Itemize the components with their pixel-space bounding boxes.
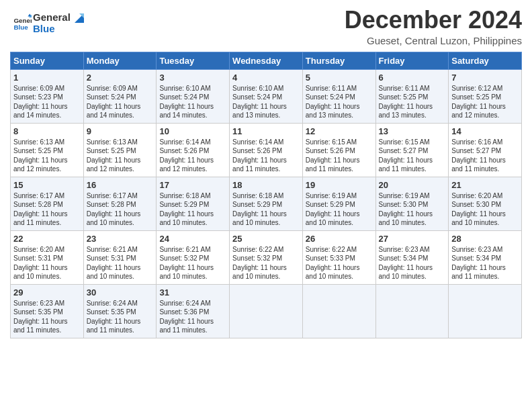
header-sunday: Sunday <box>11 52 84 69</box>
day-cell: 2Sunrise: 6:09 AMSunset: 5:24 PMDaylight… <box>83 69 157 123</box>
day-info: Sunrise: 6:17 AMSunset: 5:28 PMDaylight:… <box>13 191 81 228</box>
day-cell: 13Sunrise: 6:15 AMSunset: 5:27 PMDayligh… <box>375 123 449 177</box>
day-number: 10 <box>159 126 226 136</box>
day-cell: 4Sunrise: 6:10 AMSunset: 5:24 PMDaylight… <box>230 69 303 123</box>
day-number: 28 <box>451 234 519 244</box>
header-tuesday: Tuesday <box>157 52 230 69</box>
day-info: Sunrise: 6:12 AMSunset: 5:25 PMDaylight:… <box>451 84 519 120</box>
day-cell: 17Sunrise: 6:18 AMSunset: 5:29 PMDayligh… <box>157 177 230 230</box>
day-cell: 18Sunrise: 6:18 AMSunset: 5:29 PMDayligh… <box>230 177 303 230</box>
logo-icon: General Blue <box>13 13 32 32</box>
day-number: 3 <box>159 73 226 83</box>
day-number: 30 <box>87 287 154 298</box>
day-cell: 30Sunrise: 6:24 AMSunset: 5:35 PMDayligh… <box>83 284 157 338</box>
week-row-1: 1Sunrise: 6:09 AMSunset: 5:23 PMDaylight… <box>11 69 522 123</box>
day-number: 5 <box>306 73 373 83</box>
day-cell: 29Sunrise: 6:23 AMSunset: 5:35 PMDayligh… <box>11 284 84 338</box>
day-info: Sunrise: 6:18 AMSunset: 5:29 PMDaylight:… <box>232 191 300 228</box>
day-info: Sunrise: 6:09 AMSunset: 5:24 PMDaylight:… <box>87 84 154 120</box>
location-title: Gueset, Central Luzon, Philippines <box>345 35 522 46</box>
day-cell: 7Sunrise: 6:12 AMSunset: 5:25 PMDaylight… <box>449 69 522 123</box>
day-cell: 14Sunrise: 6:16 AMSunset: 5:27 PMDayligh… <box>449 123 522 177</box>
day-cell: 12Sunrise: 6:15 AMSunset: 5:26 PMDayligh… <box>302 123 375 177</box>
day-info: Sunrise: 6:10 AMSunset: 5:24 PMDaylight:… <box>232 84 300 120</box>
day-cell: 28Sunrise: 6:23 AMSunset: 5:34 PMDayligh… <box>449 230 522 284</box>
day-number: 1 <box>13 73 81 83</box>
day-info: Sunrise: 6:16 AMSunset: 5:27 PMDaylight:… <box>451 138 519 174</box>
calendar-header: SundayMondayTuesdayWednesdayThursdayFrid… <box>11 52 522 69</box>
day-info: Sunrise: 6:24 AMSunset: 5:35 PMDaylight:… <box>87 299 154 335</box>
day-number: 12 <box>306 126 373 136</box>
day-cell: 8Sunrise: 6:13 AMSunset: 5:25 PMDaylight… <box>11 123 84 177</box>
week-row-2: 8Sunrise: 6:13 AMSunset: 5:25 PMDaylight… <box>11 123 522 177</box>
day-number: 6 <box>379 73 446 83</box>
day-info: Sunrise: 6:20 AMSunset: 5:30 PMDaylight:… <box>451 191 519 228</box>
day-number: 7 <box>451 73 519 83</box>
day-info: Sunrise: 6:23 AMSunset: 5:35 PMDaylight:… <box>13 299 81 335</box>
day-info: Sunrise: 6:14 AMSunset: 5:26 PMDaylight:… <box>159 138 226 174</box>
logo-triangle-icon <box>75 13 84 23</box>
day-number: 29 <box>13 287 81 298</box>
day-cell: 25Sunrise: 6:22 AMSunset: 5:32 PMDayligh… <box>230 230 303 284</box>
day-cell: 22Sunrise: 6:20 AMSunset: 5:31 PMDayligh… <box>11 230 84 284</box>
calendar-body: 1Sunrise: 6:09 AMSunset: 5:23 PMDaylight… <box>11 69 522 338</box>
week-row-4: 22Sunrise: 6:20 AMSunset: 5:31 PMDayligh… <box>11 230 522 284</box>
day-info: Sunrise: 6:23 AMSunset: 5:34 PMDaylight:… <box>451 245 519 281</box>
day-cell: 9Sunrise: 6:13 AMSunset: 5:25 PMDaylight… <box>83 123 157 177</box>
day-info: Sunrise: 6:10 AMSunset: 5:24 PMDaylight:… <box>159 84 226 120</box>
day-cell: 26Sunrise: 6:22 AMSunset: 5:33 PMDayligh… <box>302 230 375 284</box>
day-number: 9 <box>87 126 154 136</box>
header-thursday: Thursday <box>302 52 375 69</box>
day-info: Sunrise: 6:09 AMSunset: 5:23 PMDaylight:… <box>13 84 81 120</box>
header-friday: Friday <box>375 52 449 69</box>
day-cell <box>375 284 449 338</box>
day-cell: 31Sunrise: 6:24 AMSunset: 5:36 PMDayligh… <box>157 284 230 338</box>
day-cell: 6Sunrise: 6:11 AMSunset: 5:25 PMDaylight… <box>375 69 449 123</box>
day-info: Sunrise: 6:23 AMSunset: 5:34 PMDaylight:… <box>379 245 446 281</box>
day-number: 14 <box>451 126 519 136</box>
day-number: 13 <box>379 126 446 136</box>
day-number: 2 <box>87 73 154 83</box>
day-number: 18 <box>232 180 300 190</box>
svg-text:Blue: Blue <box>13 24 28 31</box>
day-cell <box>449 284 522 338</box>
day-cell <box>302 284 375 338</box>
day-cell: 27Sunrise: 6:23 AMSunset: 5:34 PMDayligh… <box>375 230 449 284</box>
day-info: Sunrise: 6:22 AMSunset: 5:32 PMDaylight:… <box>232 245 300 281</box>
day-info: Sunrise: 6:15 AMSunset: 5:27 PMDaylight:… <box>379 138 446 174</box>
day-number: 31 <box>159 287 226 298</box>
day-number: 16 <box>87 180 154 190</box>
page-header: General Blue General Blue December 2024 … <box>10 7 522 46</box>
day-info: Sunrise: 6:15 AMSunset: 5:26 PMDaylight:… <box>306 138 373 174</box>
header-monday: Monday <box>83 52 157 69</box>
day-cell: 19Sunrise: 6:19 AMSunset: 5:29 PMDayligh… <box>302 177 375 230</box>
day-info: Sunrise: 6:13 AMSunset: 5:25 PMDaylight:… <box>13 138 81 174</box>
day-cell: 10Sunrise: 6:14 AMSunset: 5:26 PMDayligh… <box>157 123 230 177</box>
logo: General Blue General Blue <box>10 12 84 34</box>
day-number: 8 <box>13 126 81 136</box>
title-area: December 2024 Gueset, Central Luzon, Phi… <box>345 7 522 46</box>
day-info: Sunrise: 6:21 AMSunset: 5:32 PMDaylight:… <box>159 245 226 281</box>
day-info: Sunrise: 6:11 AMSunset: 5:24 PMDaylight:… <box>306 84 373 120</box>
header-saturday: Saturday <box>449 52 522 69</box>
day-info: Sunrise: 6:14 AMSunset: 5:26 PMDaylight:… <box>232 138 300 174</box>
day-info: Sunrise: 6:20 AMSunset: 5:31 PMDaylight:… <box>13 245 81 281</box>
header-row: SundayMondayTuesdayWednesdayThursdayFrid… <box>11 52 522 69</box>
logo-general: General <box>33 11 71 23</box>
day-cell: 16Sunrise: 6:17 AMSunset: 5:28 PMDayligh… <box>83 177 157 230</box>
day-info: Sunrise: 6:13 AMSunset: 5:25 PMDaylight:… <box>87 138 154 174</box>
day-number: 15 <box>13 180 81 190</box>
day-info: Sunrise: 6:18 AMSunset: 5:29 PMDaylight:… <box>159 191 226 228</box>
day-info: Sunrise: 6:24 AMSunset: 5:36 PMDaylight:… <box>159 299 226 335</box>
day-cell: 11Sunrise: 6:14 AMSunset: 5:26 PMDayligh… <box>230 123 303 177</box>
calendar-table: SundayMondayTuesdayWednesdayThursdayFrid… <box>10 52 522 338</box>
day-number: 19 <box>306 180 373 190</box>
day-cell: 21Sunrise: 6:20 AMSunset: 5:30 PMDayligh… <box>449 177 522 230</box>
day-info: Sunrise: 6:19 AMSunset: 5:29 PMDaylight:… <box>306 191 373 228</box>
day-info: Sunrise: 6:11 AMSunset: 5:25 PMDaylight:… <box>379 84 446 120</box>
month-title: December 2024 <box>345 7 522 34</box>
day-number: 25 <box>232 234 300 244</box>
day-number: 24 <box>159 234 226 244</box>
logo-blue: Blue <box>33 24 84 35</box>
day-number: 22 <box>13 234 81 244</box>
